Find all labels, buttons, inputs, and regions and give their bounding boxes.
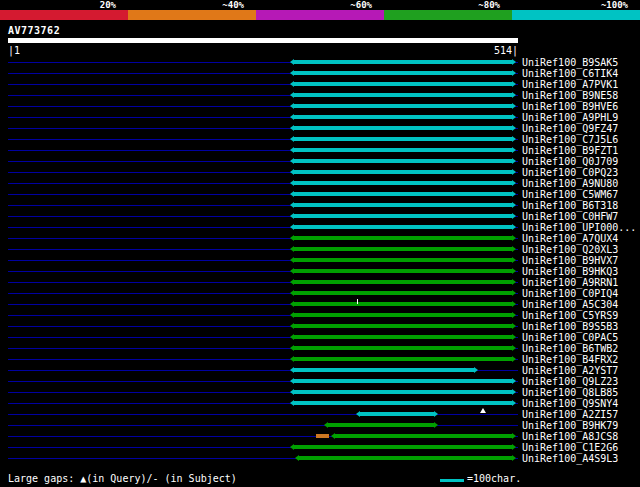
alignment-segment[interactable] [294,445,512,449]
alignment-row: UniRef100_B9FZT1 [0,145,640,156]
hit-label[interactable]: UniRef100_B9SAK5 [522,57,618,68]
alignment-segment[interactable] [294,313,512,317]
hit-label[interactable]: UniRef100_C0HFW7 [522,211,618,222]
alignment-row: UniRef100_C1E2G6 [0,442,640,453]
arrow-right-icon [512,81,516,87]
alignment-segment[interactable] [294,82,512,86]
hit-label[interactable]: UniRef100_A9PHL9 [522,112,618,123]
hit-label[interactable]: UniRef100_C7J5L6 [522,134,618,145]
hit-label[interactable]: UniRef100_Q9FZ47 [522,123,618,134]
alignment-segment[interactable] [294,159,512,163]
hit-label[interactable]: UniRef100_C0PQ23 [522,167,618,178]
hit-label[interactable]: UniRef100_A7QUX4 [522,233,618,244]
arrow-right-icon [474,367,478,373]
alignment-row: UniRef100_A4S9L3 [0,453,640,464]
alignment-segment[interactable] [294,203,512,207]
scale-legend-bar [440,479,464,482]
hit-label[interactable]: UniRef100_B6TWB2 [522,343,618,354]
arrow-left-icon [290,235,294,241]
hit-label[interactable]: UniRef100_A7PVK1 [522,79,618,90]
hit-label[interactable]: UniRef100_Q8LB85 [522,387,618,398]
arrow-left-icon [290,81,294,87]
alignment-segment[interactable] [299,456,512,460]
hit-label[interactable]: UniRef100_Q9LZ23 [522,376,618,387]
hit-label[interactable]: UniRef100_C5YRS9 [522,310,618,321]
alignment-row: UniRef100_C5YRS9 [0,310,640,321]
hit-label[interactable]: UniRef100_B9HKQ3 [522,266,618,277]
alignment-segment[interactable] [294,225,512,229]
alignment-segment[interactable] [294,137,512,141]
alignment-row: UniRef100_UPI000... [0,222,640,233]
alignment-segment[interactable] [294,401,512,405]
alignment-segment[interactable] [294,390,512,394]
arrow-left-icon [290,114,294,120]
hit-label[interactable]: UniRef100_C0PAC5 [522,332,618,343]
hit-label[interactable]: UniRef100_C5WM67 [522,189,618,200]
hit-label[interactable]: UniRef100_C6TIK4 [522,68,618,79]
alignment-segment[interactable] [294,346,512,350]
alignment-segment[interactable] [294,280,512,284]
hit-label[interactable]: UniRef100_A4S9L3 [522,453,618,464]
alignment-segment[interactable] [328,423,434,427]
alignment-segment[interactable] [294,148,512,152]
query-gap-marker [480,408,486,413]
query-extent-line [8,414,518,415]
hit-label[interactable]: UniRef100_A2YST7 [522,365,618,376]
alignment-row: UniRef100_C7J5L6 [0,134,640,145]
alignment-segment[interactable] [294,71,512,75]
scale-segment-magenta [256,10,384,20]
alignment-segment[interactable] [294,379,512,383]
alignment-segment[interactable] [294,357,512,361]
hit-label[interactable]: UniRef100_A2ZI57 [522,409,618,420]
hit-label[interactable]: UniRef100_B4FRX2 [522,354,618,365]
alignment-segment[interactable] [294,368,474,372]
hit-label[interactable]: UniRef100_B9FZT1 [522,145,618,156]
hit-label[interactable]: UniRef100_A9RRN1 [522,277,618,288]
alignment-segment[interactable] [294,335,512,339]
alignment-segment[interactable] [294,258,512,262]
alignment-row: UniRef100_A2ZI57 [0,409,640,420]
alignment-segment[interactable] [294,247,512,251]
hit-label[interactable]: UniRef100_C0PIQ4 [522,288,618,299]
alignment-segment[interactable] [294,115,512,119]
alignment-row: UniRef100_A7PVK1 [0,79,640,90]
arrow-left-icon [290,257,294,263]
alignment-segment[interactable] [335,434,512,438]
hit-label[interactable]: UniRef100_B6T318 [522,200,618,211]
arrow-right-icon [512,92,516,98]
alignment-segment[interactable] [294,181,512,185]
hit-label[interactable]: UniRef100_B9HVE6 [522,101,618,112]
alignment-segment[interactable] [294,302,512,306]
hit-label[interactable]: UniRef100_A9NU80 [522,178,618,189]
hit-label[interactable]: UniRef100_Q9SNY4 [522,398,618,409]
hit-label[interactable]: UniRef100_Q0J709 [522,156,618,167]
hit-label[interactable]: UniRef100_B9NE58 [522,90,618,101]
hit-label[interactable]: UniRef100_UPI000... [522,222,636,233]
arrow-left-icon [290,378,294,384]
alignment-segment[interactable] [294,104,512,108]
alignment-segment[interactable] [294,291,512,295]
arrow-left-icon [290,103,294,109]
alignment-segment[interactable] [294,214,512,218]
alignment-segment[interactable] [294,269,512,273]
hit-label[interactable]: UniRef100_Q20XL3 [522,244,618,255]
arrow-left-icon [290,444,294,450]
hit-label[interactable]: UniRef100_A8JCS8 [522,431,618,442]
hit-label[interactable]: UniRef100_B9HVX7 [522,255,618,266]
hit-label[interactable]: UniRef100_B9S5B3 [522,321,618,332]
alignment-segment[interactable] [294,192,512,196]
alignment-segment[interactable] [294,170,512,174]
hit-label[interactable]: UniRef100_B9HK79 [522,420,618,431]
alignment-segment[interactable] [294,236,512,240]
arrow-right-icon [434,422,438,428]
hit-label[interactable]: UniRef100_A5C304 [522,299,618,310]
hit-label[interactable]: UniRef100_C1E2G6 [522,442,618,453]
alignment-segment[interactable] [294,324,512,328]
alignment-segment[interactable] [294,126,512,130]
alignment-segment[interactable] [294,93,512,97]
arrow-left-icon [290,213,294,219]
alignment-segment[interactable] [316,434,329,438]
alignment-segment[interactable] [360,412,435,416]
arrow-left-icon [290,147,294,153]
alignment-segment[interactable] [294,60,512,64]
